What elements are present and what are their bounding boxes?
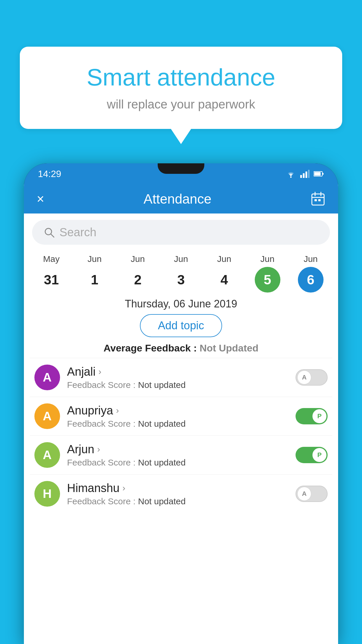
calendar-month: Jun (217, 254, 231, 264)
search-icon (44, 227, 55, 238)
phone-notch (158, 163, 204, 174)
svg-rect-8 (312, 194, 324, 205)
avatar: A (34, 442, 60, 468)
toggle-on[interactable]: P (296, 447, 328, 463)
bubble-subtitle: will replace your paperwork (34, 97, 328, 111)
calendar-month: Jun (260, 254, 274, 264)
svg-rect-4 (308, 170, 310, 178)
toggle-off[interactable]: A (296, 369, 328, 386)
student-info: Arjun ›Feedback Score : Not updated (67, 443, 289, 468)
student-info: Anjali ›Feedback Score : Not updated (67, 365, 289, 390)
chevron-right-icon: › (116, 405, 119, 415)
wifi-icon (286, 170, 296, 178)
feedback-score: Feedback Score : Not updated (67, 419, 289, 429)
feedback-score: Feedback Score : Not updated (67, 380, 289, 390)
search-input[interactable]: Search (59, 226, 318, 239)
calendar-day[interactable]: Jun2 (120, 254, 155, 293)
student-info: Anupriya ›Feedback Score : Not updated (67, 404, 289, 429)
student-list: AAnjali ›Feedback Score : Not updated A … (24, 358, 338, 513)
calendar-day[interactable]: May31 (34, 254, 69, 293)
student-info: Himanshu ›Feedback Score : Not updated (67, 482, 289, 506)
feedback-score: Feedback Score : Not updated (67, 496, 289, 506)
status-time: 14:29 (38, 169, 61, 179)
student-row[interactable]: AAnjali ›Feedback Score : Not updated A (30, 358, 332, 397)
search-bar[interactable]: Search (32, 220, 330, 245)
student-row[interactable]: HHimanshu ›Feedback Score : Not updated … (30, 474, 332, 513)
svg-rect-7 (322, 173, 324, 175)
chevron-right-icon: › (97, 444, 100, 454)
calendar-date[interactable]: 5 (255, 267, 280, 293)
student-name[interactable]: Anupriya › (67, 404, 289, 417)
phone-screen: 14:29 (24, 163, 338, 644)
svg-line-15 (51, 234, 54, 237)
calendar-month: Jun (131, 254, 145, 264)
speech-bubble: Smart attendance will replace your paper… (20, 47, 342, 129)
app-content: × Attendance Search (24, 184, 338, 644)
chevron-right-icon: › (122, 483, 125, 493)
attendance-toggle[interactable]: A (296, 486, 328, 502)
calendar-date[interactable]: 1 (82, 267, 107, 293)
app-header: × Attendance (24, 184, 338, 214)
toggle-on[interactable]: P (296, 408, 328, 424)
student-name[interactable]: Anjali › (67, 365, 289, 378)
signal-icon (300, 170, 310, 178)
selected-date-label: Thursday, 06 June 2019 (24, 298, 338, 310)
page-title: Attendance (143, 191, 211, 207)
chevron-right-icon: › (99, 367, 101, 377)
toggle-off[interactable]: A (296, 486, 328, 502)
calendar-date[interactable]: 4 (211, 267, 237, 293)
student-name[interactable]: Arjun › (67, 443, 289, 456)
attendance-toggle[interactable]: A (296, 369, 328, 386)
toggle-knob: P (312, 409, 326, 423)
calendar-date[interactable]: 3 (168, 267, 194, 293)
svg-rect-12 (314, 199, 317, 201)
avatar: H (34, 481, 60, 507)
calendar-day[interactable]: Jun1 (77, 254, 112, 293)
calendar-date[interactable]: 2 (125, 267, 151, 293)
calendar-date[interactable]: 31 (38, 267, 64, 293)
avg-feedback: Average Feedback : Not Updated (24, 342, 338, 354)
attendance-toggle[interactable]: P (296, 447, 328, 463)
calendar-icon[interactable] (311, 192, 325, 206)
toggle-knob: A (297, 370, 311, 384)
close-button[interactable]: × (37, 192, 44, 206)
calendar-day[interactable]: Jun3 (164, 254, 198, 293)
calendar-month: May (43, 254, 60, 264)
toggle-knob: A (297, 487, 311, 501)
attendance-toggle[interactable]: P (296, 408, 328, 424)
calendar-month: Jun (304, 254, 318, 264)
svg-rect-13 (318, 199, 321, 201)
feedback-score: Feedback Score : Not updated (67, 458, 289, 468)
svg-rect-6 (314, 172, 321, 176)
calendar-day[interactable]: Jun6 (293, 254, 328, 293)
calendar-strip: May31Jun1Jun2Jun3Jun4Jun5Jun6 (24, 251, 338, 293)
calendar-day[interactable]: Jun5 (250, 254, 285, 293)
student-row[interactable]: AArjun ›Feedback Score : Not updated P (30, 435, 332, 474)
phone-frame: 14:29 (24, 163, 338, 644)
student-name[interactable]: Himanshu › (67, 482, 289, 495)
toggle-knob: P (312, 448, 326, 462)
calendar-day[interactable]: Jun4 (207, 254, 242, 293)
bubble-title: Smart attendance (34, 64, 328, 90)
calendar-month: Jun (174, 254, 188, 264)
student-row[interactable]: AAnupriya ›Feedback Score : Not updated … (30, 397, 332, 435)
battery-icon (314, 171, 324, 177)
avatar: A (34, 365, 60, 390)
svg-rect-1 (300, 175, 302, 178)
svg-point-0 (290, 176, 292, 178)
svg-rect-2 (303, 173, 305, 178)
svg-rect-3 (305, 172, 307, 178)
calendar-month: Jun (87, 254, 101, 264)
calendar-date[interactable]: 6 (298, 267, 324, 293)
add-topic-button[interactable]: Add topic (140, 314, 222, 337)
avatar: A (34, 403, 60, 429)
status-icons (286, 170, 324, 178)
